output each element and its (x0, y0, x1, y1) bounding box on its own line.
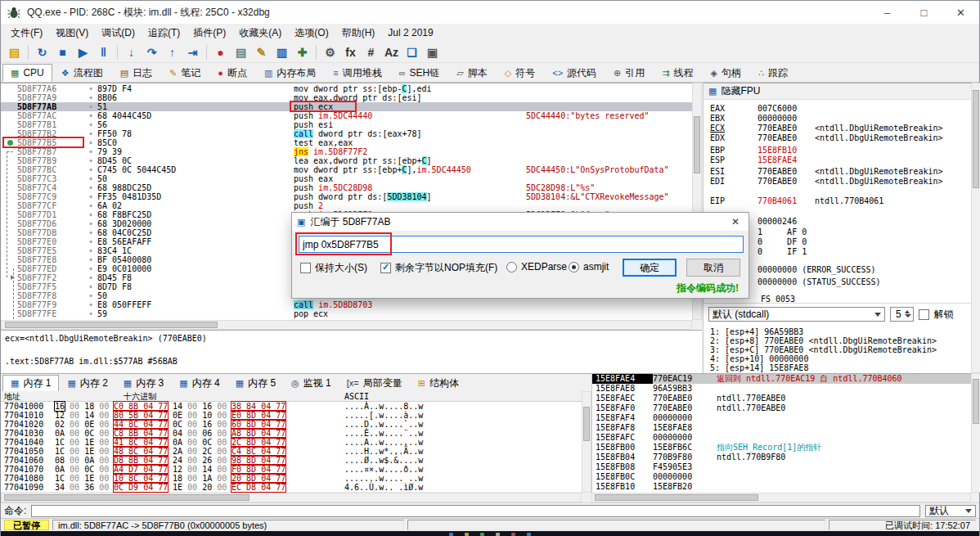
nop-fill-checkbox[interactable] (380, 263, 391, 273)
stack-row[interactable]: 15E8FB1015E8FB20 (592, 482, 971, 492)
menu-item[interactable]: 收藏夹(A) (232, 24, 288, 43)
stack-row[interactable]: 15E8FB04770B9F80ntdll.770B9F80 (592, 453, 971, 462)
dump-row[interactable]: 770410300A 00 0C 00C8 8B 04 7704 00 06 0… (1, 429, 582, 438)
tab-源代码[interactable]: <>源代码 (544, 64, 605, 82)
dump-row[interactable]: 7704109034 00 36 000C D9 04 771E 00 20 0… (1, 483, 582, 492)
dump-row[interactable]: 7704101012 00 14 0080 5B 04 770E 00 10 0… (1, 411, 582, 420)
command-scope-select[interactable]: 默认 (925, 505, 976, 517)
stack-row[interactable]: 15E8FAE896A59BB3 (592, 384, 971, 394)
disasm-row[interactable]: 5D8F77A6•897D F4mov dword ptr ss:[ebp-C]… (1, 84, 692, 93)
stack-row[interactable]: 15E8FB0C00000000 (592, 472, 971, 482)
dump-row[interactable]: 7704102002 00 0E 0044 8C 04 770C 00 16 0… (1, 420, 582, 429)
stack-row[interactable]: 15E8FAF400000000 (592, 413, 971, 423)
pause-icon[interactable]: ‖ (93, 43, 114, 61)
notes-icon[interactable]: ✎ (251, 43, 272, 61)
scrollbar-thumb[interactable] (5, 322, 218, 328)
register-row[interactable]: EDX770EABE0<ntdll.DbgUiRemoteBreakin> (710, 133, 943, 143)
stack-row[interactable]: 15E8FB0015E8FB6C指向SEH_Record[1]的指针 (592, 443, 971, 453)
disasm-row[interactable]: 5D8F77B7•79 39jns im.5D8F77F2 (1, 147, 692, 156)
registers-vscrollbar[interactable] (971, 83, 980, 373)
disasm-row[interactable]: 5D8F77B9•8D45 0Clea eax,dword ptr ss:[eb… (1, 156, 692, 165)
register-row[interactable]: EIP770B4061ntdll.770B4061 (710, 196, 883, 206)
tab-脚本[interactable]: ▱脚本 (448, 64, 495, 82)
dump-row[interactable]: 7704106008 00 0A 00D8 8B 04 7724 00 26 0… (1, 456, 582, 465)
disasm-row[interactable]: 5D8F77B1•56push esi (1, 120, 692, 129)
log-icon[interactable]: ▤ (231, 43, 251, 61)
run-to-cursor-icon[interactable]: ⇥ (182, 43, 203, 61)
tab-断点[interactable]: ●断点 (209, 64, 255, 82)
monitor-icon[interactable]: ▣ (422, 43, 443, 61)
menu-item[interactable]: Jul 2 2019 (381, 25, 439, 41)
tab-跟踪[interactable]: ∴跟踪 (750, 64, 796, 82)
spin-up-icon[interactable] (905, 308, 910, 313)
tab-内存-1[interactable]: ▦内存 1 (2, 375, 59, 391)
disasm-row[interactable]: 5D8F77CF•6A 02push 2 (1, 201, 692, 210)
scrollbar-thumb[interactable] (4, 494, 249, 501)
stack-arg-row[interactable]: 1: [esp+4] 96A59BB3 (710, 327, 803, 336)
arg-count-spinner[interactable]: 5 (890, 307, 914, 322)
scrollbar-thumb[interactable] (595, 494, 758, 501)
disasm-row[interactable]: 5D8F77C4•68 988DC25Dpush im.5DC28D985DC2… (1, 183, 692, 192)
stack-hscrollbar[interactable] (591, 493, 971, 502)
register-row[interactable]: EBP15E8FB10 (710, 146, 815, 155)
register-row[interactable]: EBX00000000 (710, 114, 815, 124)
dump-row[interactable]: 770410700A 00 0C 00A4 D7 04 7712 00 14 0… (1, 465, 582, 474)
stack-arg-row[interactable]: 5: [esp+14] 15E8FAE8 (710, 363, 808, 372)
stack-arg-row[interactable]: 3: [esp+C] 770EABE0 <ntdll.DbgUiRemoteBr… (710, 345, 937, 354)
menu-item[interactable]: 追踪(T) (142, 24, 187, 43)
stack-row[interactable]: 15E8FAF0770EABE0ntdll.770EABE0 (592, 403, 971, 413)
tab-引用[interactable]: ⊕引用 (605, 64, 653, 82)
breakpoint-icon[interactable]: ● (210, 43, 231, 61)
stop-icon[interactable]: ■ (52, 43, 73, 61)
close-button[interactable]: ✕ (942, 1, 979, 24)
patch-icon[interactable]: ✚ (292, 43, 312, 61)
tab-内存-3[interactable]: ▦内存 3 (116, 375, 171, 391)
tab-cpu[interactable]: ▦CPU (2, 64, 52, 82)
ok-button[interactable]: 确定 (623, 259, 677, 277)
disasm-row[interactable]: 5D8F77BC•C745 0C 5044C45Dmov dword ptr s… (1, 165, 692, 174)
menu-item[interactable]: 调试(D) (95, 24, 142, 43)
fx-icon[interactable]: fx (340, 43, 361, 61)
dump-row[interactable]: 770410801C 00 1E 0010 8C 04 7718 00 1A 0… (1, 474, 582, 483)
disasm-row[interactable]: 5D8F77AB•51push ecx (1, 102, 692, 111)
dump-row[interactable]: 770410401C 00 1E 0041 8C 04 770A 00 0C 0… (1, 438, 582, 447)
dialog-close-icon[interactable]: ✕ (722, 213, 748, 231)
disasm-row[interactable]: 5D8F77AC•68 4044C45Dpush im.5DC444405DC4… (1, 111, 692, 120)
register-row[interactable]: ESP15E8FAE4 (710, 155, 815, 165)
register-row[interactable]: ECX770EABE0<ntdll.DbgUiRemoteBreakin> (710, 124, 943, 133)
hash-icon[interactable]: # (361, 43, 381, 61)
tab-笔记[interactable]: ✎笔记 (161, 64, 209, 82)
menu-item[interactable]: 帮助(H) (335, 24, 382, 43)
minimize-button[interactable]: – (869, 1, 906, 24)
register-row[interactable]: EDI770EABE0<ntdll.DbgUiRemoteBreakin> (710, 177, 943, 187)
tab-内存-5[interactable]: ▦内存 5 (228, 375, 283, 391)
dump-row[interactable]: 770410501C 00 1E 0048 8C 04 772A 00 2C 0… (1, 447, 582, 456)
settings-icon[interactable]: ⚙ (320, 43, 340, 61)
breakpoint-dot-icon[interactable] (7, 140, 13, 146)
tab-局部变量[interactable]: [x=局部变量 (339, 375, 410, 391)
stack-row[interactable]: 15E8FB08F45905E3 (592, 462, 971, 472)
tab-结构体[interactable]: ⊞结构体 (411, 375, 466, 391)
stack-arg-row[interactable]: 2: [esp+8] 770EABE0 <ntdll.DbgUiRemoteBr… (710, 336, 937, 345)
scrollbar-thumb[interactable] (694, 116, 700, 173)
run-icon[interactable]: ▶ (73, 43, 93, 61)
open-file-icon[interactable]: ▤ (4, 43, 25, 61)
step-into-icon[interactable]: ↓ (121, 43, 142, 61)
calling-convention-select[interactable]: 默认 (stdcall) (708, 307, 885, 322)
tab-seh链[interactable]: ∞SEH链 (391, 64, 448, 82)
step-over-icon[interactable]: ↷ (142, 43, 162, 61)
disasm-row[interactable]: 5D8F77C9•FF35 0481D35Dpush dword ptr ds:… (1, 192, 692, 201)
xedparse-radio[interactable] (506, 262, 517, 273)
stack-row[interactable]: 15E8FAE4770EAC19返回到 ntdll.770EAC19 自 ntd… (592, 374, 971, 384)
maximize-button[interactable]: □ (906, 1, 942, 24)
asmjit-option[interactable]: asmjit (569, 261, 609, 273)
disasm-hscrollbar[interactable] (1, 320, 692, 330)
spin-down-icon[interactable] (905, 314, 911, 321)
tab-符号[interactable]: ◇符号 (497, 64, 543, 82)
tab-线程[interactable]: ⇉线程 (654, 64, 701, 82)
disasm-row[interactable]: 5D8F77A9•8B06mov eax,dword ptr ds:[esi] (1, 93, 692, 102)
menu-item[interactable]: 选项(O) (288, 24, 335, 43)
stack-row[interactable]: 15E8FAF815E8FAE8 (592, 423, 971, 433)
dump-hscrollbar[interactable] (1, 493, 582, 502)
asmjit-radio[interactable] (569, 262, 579, 273)
